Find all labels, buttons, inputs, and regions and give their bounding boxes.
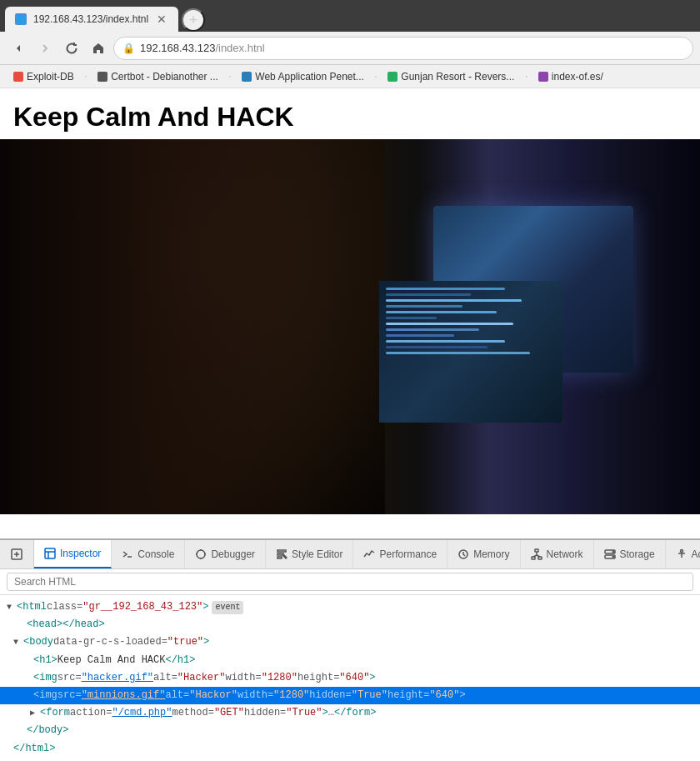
img2-alt-val: "Hackor"	[189, 688, 238, 703]
expand-arrow-form: ▶	[30, 707, 40, 720]
html-tag-close: >	[202, 599, 208, 615]
back-button[interactable]	[7, 37, 30, 60]
form-method-name: method	[172, 705, 208, 721]
form-tag: <form	[40, 705, 70, 721]
bookmark-favicon-1	[13, 72, 23, 82]
page-image	[0, 139, 700, 514]
img1-height-val: "640"	[339, 670, 369, 686]
address-bar[interactable]: 🔒 192.168.43.123/index.htnl	[113, 37, 693, 60]
html-line-body-close[interactable]: </body>	[0, 722, 700, 739]
html-line-html[interactable]: ▼ <html class="gr__192_168_43_123" > eve…	[0, 598, 700, 616]
bookmark-label-4: Gunjan Resort - Revers...	[401, 71, 514, 83]
tab-memory[interactable]: Memory	[448, 540, 520, 568]
address-text: 192.168.43.123/index.htnl	[140, 42, 684, 54]
html-attr-value-class: "gr__192_168_43_123"	[82, 599, 202, 615]
svg-point-7	[197, 550, 205, 558]
img1-alt-name: alt	[153, 670, 172, 686]
img1-width-name: width	[225, 670, 255, 686]
tab-title: 192.168.43.123/index.htnl	[33, 13, 148, 25]
address-host: 192.168.43.123	[140, 42, 215, 54]
img2-alt-name: alt	[165, 688, 183, 703]
bookmarks-bar: Exploit-DB · Certbot - Debianother ... ·…	[0, 65, 700, 88]
nav-bar: 🔒 192.168.43.123/index.htnl	[0, 32, 700, 65]
body-close: >	[203, 634, 209, 650]
bookmark-label-5: index-of.es/	[552, 71, 603, 83]
h1-text: Keep Calm And HACK	[58, 653, 166, 668]
tab-inspector[interactable]: Inspector	[34, 540, 112, 568]
img2-width-val: "1280"	[273, 688, 309, 703]
tab-favicon: 🌐	[15, 13, 27, 25]
html-line-img1[interactable]: <img src="hacker.gif" alt="Hacker" width…	[0, 669, 700, 687]
element-picker-button[interactable]	[7, 544, 27, 564]
page-content: Keep Calm And HACK	[0, 88, 700, 538]
img2-tag-end: >	[459, 688, 465, 703]
form-hidden-val: "True"	[286, 705, 322, 721]
tab-close-button[interactable]: ✕	[155, 13, 168, 26]
bookmark-favicon-5	[538, 72, 548, 82]
event-badge[interactable]: event	[212, 601, 243, 614]
form-ellipsis: …	[328, 705, 334, 721]
tab-performance[interactable]: Performance	[353, 540, 448, 568]
svg-line-17	[533, 555, 537, 557]
tab-inspector-label: Inspector	[60, 548, 101, 559]
tab-network[interactable]: Network	[521, 540, 594, 568]
tab-performance-label: Performance	[379, 548, 437, 560]
bookmark-favicon-2	[98, 72, 108, 82]
tab-storage[interactable]: Storage	[594, 540, 666, 568]
img1-tag-end: >	[369, 670, 375, 686]
img1-src-val[interactable]: "hacker.gif"	[82, 670, 153, 686]
img2-eq2: =	[183, 688, 189, 703]
devtools-toolbar: Inspector Console Debugger Style Editor …	[0, 540, 700, 569]
html-line-form[interactable]: ▶ <form action="/cmd.php" method="GET" h…	[0, 704, 700, 722]
html-line-h1[interactable]: <h1>Keep Calm And HACK</h1>	[0, 652, 700, 669]
tab-accessibility[interactable]: Accessibility	[666, 540, 700, 568]
form-action-val[interactable]: "/cmd.php"	[112, 705, 172, 721]
devtools-panel: Inspector Console Debugger Style Editor …	[0, 538, 700, 761]
monitor	[433, 206, 633, 373]
html-line-html-close[interactable]: </html>	[0, 740, 700, 758]
tab-console-label: Console	[138, 548, 174, 560]
tab-debugger[interactable]: Debugger	[185, 540, 266, 568]
html-close-tag: </html>	[13, 741, 55, 757]
bookmark-indexof[interactable]: index-of.es/	[532, 69, 610, 84]
img2-eq3: =	[268, 688, 273, 703]
separator-1: ·	[84, 69, 88, 84]
bookmark-exploit-db[interactable]: Exploit-DB	[7, 69, 81, 84]
img2-eq5: =	[423, 688, 429, 703]
svg-point-22	[612, 556, 614, 558]
bookmark-gunjan[interactable]: Gunjan Resort - Revers...	[381, 69, 521, 84]
img1-src-name: src	[58, 670, 76, 686]
bookmark-webapp[interactable]: Web Application Penet...	[235, 69, 371, 84]
img1-eq3: =	[255, 670, 261, 686]
page-heading: Keep Calm And HACK	[0, 88, 700, 139]
new-tab-button[interactable]: +	[182, 8, 205, 32]
svg-rect-15	[538, 557, 542, 559]
tab-style-editor[interactable]: Style Editor	[266, 540, 353, 568]
bookmark-label-3: Web Application Penet...	[255, 71, 364, 83]
tab-console[interactable]: Console	[112, 540, 185, 568]
active-tab[interactable]: 🌐 192.168.43.123/index.htnl ✕	[5, 7, 178, 32]
tab-accessibility-label: Accessibility	[692, 548, 700, 560]
html-line-body-open[interactable]: ▼ <body data-gr-c-s-loaded="true" >	[0, 633, 700, 651]
separator-3: ·	[374, 69, 378, 84]
reload-button[interactable]	[60, 37, 83, 60]
html-line-img2[interactable]: <img src="minnions.gif" alt="Hackor" wid…	[0, 687, 700, 704]
svg-line-18	[537, 555, 540, 557]
img2-src-val[interactable]: "minnions.gif"	[82, 688, 166, 703]
html-line-head[interactable]: <head></head>	[0, 616, 700, 633]
expand-arrow-html: ▼	[7, 601, 17, 614]
img1-eq1: =	[75, 670, 81, 686]
html-tag-name: html	[22, 599, 47, 615]
bookmark-certbot[interactable]: Certbot - Debianother ...	[91, 69, 225, 84]
img1-width-val: "1280"	[262, 670, 298, 686]
forward-button[interactable]	[33, 37, 57, 60]
body-tag-name: <body	[23, 634, 53, 650]
home-button[interactable]	[87, 37, 110, 60]
img1-tag: <img	[33, 670, 58, 686]
img2-height-val: "640"	[429, 688, 459, 703]
tab-storage-label: Storage	[620, 548, 655, 560]
html-search-input[interactable]	[7, 573, 693, 591]
browser-window: 🌐 192.168.43.123/index.htnl ✕ + 🔒 192.16…	[0, 0, 700, 88]
h1-tag-open: <h1>	[33, 653, 58, 668]
code-display	[379, 281, 562, 364]
